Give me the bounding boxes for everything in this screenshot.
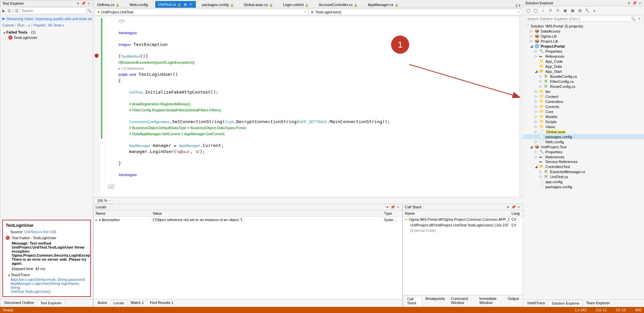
close-tab-icon[interactable] [188, 2, 192, 7]
explorer-search-input[interactable] [526, 16, 630, 21]
tab-globalasax[interactable]: Global.asax.cs [241, 2, 277, 8]
pin-icon[interactable]: 📌 [391, 205, 395, 209]
refresh-icon[interactable]: ↻ [555, 7, 561, 13]
run-all-icon[interactable]: ▶ [2, 9, 6, 13]
solution-node[interactable]: 📄Solution 'IMS.Portal' (5 projects) [523, 23, 644, 29]
tab-watch1[interactable]: Watch 1 [128, 300, 147, 306]
close-icon[interactable]: × [87, 1, 91, 5]
showall-icon[interactable]: ▦ [570, 7, 576, 13]
folder-scripts[interactable]: ▷📁Scripts [523, 119, 644, 124]
pin-icon[interactable]: 📌 [633, 1, 637, 5]
folder-bin[interactable]: ▷📁bin [523, 89, 644, 94]
tab-autos[interactable]: Autos [95, 300, 110, 306]
forward-icon[interactable]: ◯ [533, 7, 539, 13]
explorer-search[interactable]: 🔍▾ [525, 16, 642, 22]
file-expectedmessage[interactable]: ▷⌘ExpectedMessage.cs [523, 169, 644, 174]
callstack-row[interactable]: [External Code] [403, 228, 523, 233]
tab-immediate[interactable]: Immediate Window [477, 296, 504, 306]
tab-defines[interactable]: Defines.cs [95, 2, 123, 8]
project-portal[interactable]: ◢🌐Project.Portal [523, 44, 644, 49]
overflow-icon[interactable]: ▸ [592, 7, 598, 13]
group-icon[interactable]: ☰ [7, 9, 11, 13]
tab-callstack[interactable]: Call Stack [404, 296, 422, 306]
sync-icon[interactable]: ⟳ [547, 7, 553, 13]
class-nav-combo[interactable]: ◆UnitProject.UnitTest [95, 9, 308, 15]
folder-core[interactable]: ▷📁Core [523, 109, 644, 114]
folder-controls[interactable]: ▷📁Controls [523, 104, 644, 109]
project-projectlib[interactable]: ▷📦Project.Lib [523, 39, 644, 44]
chevron-down-icon[interactable]: ▾ [637, 17, 642, 21]
zoom-combo[interactable]: 100 % [95, 198, 112, 203]
node-properties[interactable]: ▷🔧Properties [523, 149, 644, 154]
search-icon[interactable]: 🔍 [630, 17, 637, 21]
tab-document-outline[interactable]: Document Outline [2, 300, 37, 306]
node-references[interactable]: ▷▪▪References [523, 54, 644, 59]
tab-solution-explorer[interactable]: Solution Explorer [548, 300, 583, 306]
file-routeconfig[interactable]: ▷⌘RouteConfig.cs [523, 84, 644, 89]
tab-breakpoints[interactable]: Breakpoints [423, 296, 447, 306]
tab-team-explorer[interactable]: Team Explorer [583, 300, 612, 306]
callstack-row[interactable]: Ogma.IMS.Portal.dll!Ogma.Project.Common.… [403, 217, 523, 222]
dropdown-icon[interactable]: ▾ [385, 205, 389, 209]
tab-webconfig[interactable]: Web.config [127, 2, 152, 8]
file-globalasax[interactable]: ▷📄Global.asax [523, 129, 644, 134]
tab-overflow-icon[interactable]: ⟪ ▾ [514, 3, 522, 8]
file-unittest[interactable]: ▷⌘UnitTest.cs [523, 174, 644, 179]
tab-login[interactable]: Login.cshtml [280, 2, 313, 8]
test-item-testloginuser[interactable]: TestLoginUser [1, 35, 92, 40]
folder-appdata[interactable]: 📁App_Data [523, 64, 644, 69]
project-unittest[interactable]: ◢📦UnitProject.Test [523, 144, 644, 149]
folder-appcode[interactable]: 📁App_Code [523, 59, 644, 64]
close-icon[interactable]: × [517, 205, 521, 209]
tab-commandwindow[interactable]: Command Window [448, 296, 476, 306]
folder-models[interactable]: ▷📁Models [523, 114, 644, 119]
file-bundleconfig[interactable]: ▷⌘BundleConfig.cs [523, 74, 644, 79]
node-properties[interactable]: ▷🔧Properties [523, 49, 644, 54]
tab-locals[interactable]: Locals [110, 300, 127, 306]
file-webconfig[interactable]: ▷📄Web.config [523, 139, 644, 144]
streaming-video-banner[interactable]: ▶ Streaming Video: Improving quality wit… [0, 15, 93, 22]
back-icon[interactable]: ◯ [525, 7, 531, 13]
home-icon[interactable]: ⌂ [540, 7, 546, 13]
run-link[interactable]: Run... [17, 23, 30, 27]
playlist-icon[interactable]: ☰ [15, 9, 19, 13]
code-editor[interactable]: /*}*/ #endregion #region TestException [… [93, 16, 523, 197]
source-link[interactable]: UnitTest.cs line 230 [24, 230, 56, 234]
project-ogmalib[interactable]: ▷📦Ogma.Lib [523, 34, 644, 39]
folder-controllers[interactable]: ▷📁Controllers [523, 99, 644, 104]
dropdown-icon[interactable]: ▾ [627, 1, 631, 5]
node-references[interactable]: ▷▪▪References [523, 154, 644, 159]
folder-views[interactable]: ▷📁Views [523, 124, 644, 129]
dropdown-icon[interactable]: ▾ [76, 1, 80, 5]
tab-accountcontroller[interactable]: AccountController.cs [316, 2, 362, 8]
tab-intellitrace[interactable]: IntelliTrace [525, 300, 548, 306]
playlist-link[interactable]: Playlist : All Tests [34, 23, 64, 27]
pin-icon[interactable]: ⊕ [184, 2, 187, 7]
locals-row[interactable]: $exception {"Object reference not set to… [94, 217, 402, 223]
node-servicerefs[interactable]: ▪▪Service References [523, 159, 644, 164]
tab-findresults[interactable]: Find Results 1 [147, 300, 176, 306]
tab-output[interactable]: Output [505, 296, 522, 306]
search-icon[interactable]: 🔍 [88, 9, 92, 13]
test-search-input[interactable] [20, 7, 86, 14]
folder-controllerstest[interactable]: ◢📂ControllersTest [523, 164, 644, 169]
method-nav-combo[interactable]: ◉TestLoginUser() [308, 9, 522, 15]
file-packagesconfig[interactable]: 📄packages.config [523, 134, 644, 139]
failed-tests-group[interactable]: Failed Tests (1) [1, 30, 92, 35]
tab-packages[interactable]: packages.config [199, 2, 238, 8]
properties-icon[interactable]: 🔧 [584, 7, 590, 13]
folder-content[interactable]: ▷📁Content [523, 94, 644, 99]
callstack-row[interactable]: UnitProject.dll!UnitProject.UnitTest.Tes… [403, 222, 523, 228]
cancel-link[interactable]: Cancel [2, 23, 14, 27]
folder-appstart[interactable]: ◢📂App_Start [523, 69, 644, 74]
file-packagesconfig2[interactable]: 📄packages.config [523, 184, 644, 189]
file-filterconfig[interactable]: ▷⌘FilterConfig.cs [523, 79, 644, 84]
dropdown-icon[interactable]: ▾ [506, 205, 510, 209]
project-dataaccess[interactable]: ▷📦DataAccess [523, 29, 644, 34]
collapse-icon[interactable]: ▣ [562, 7, 568, 13]
close-icon[interactable]: × [638, 1, 642, 5]
file-appconfig[interactable]: 📄app.config [523, 179, 644, 184]
stack-link-1[interactable]: AppUser.Login(String email, String passw… [10, 277, 88, 281]
stack-link-2[interactable]: AppManager.LoginUser(String loginName, S… [10, 281, 88, 290]
tab-unittest[interactable]: UnitTest.cs⊕ [155, 1, 196, 8]
